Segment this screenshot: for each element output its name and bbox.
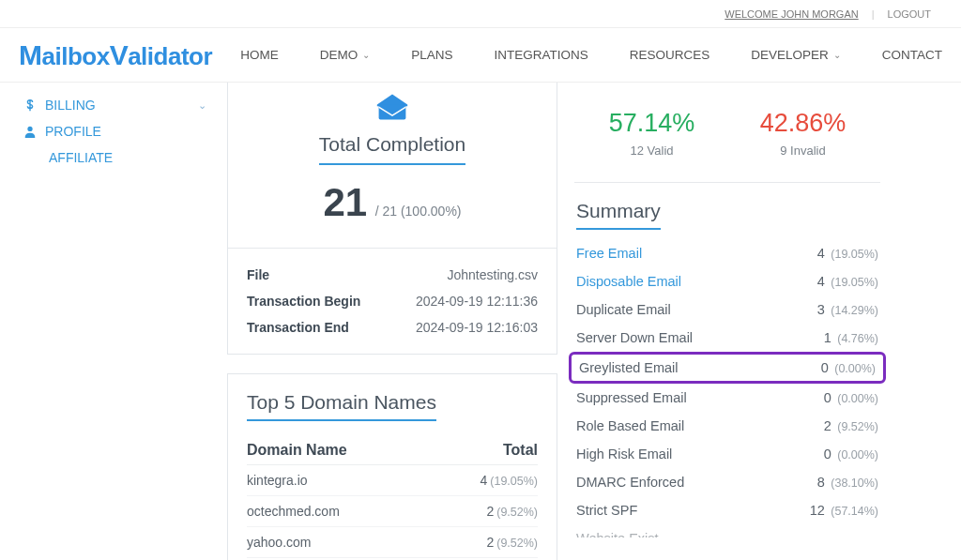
total-completion-title: Total Completion xyxy=(319,133,465,165)
logo[interactable]: MailboxValidator xyxy=(19,39,212,71)
domain-total: 2(9.52%) xyxy=(486,535,538,550)
summary-row: Server Down Email1 (4.76%) xyxy=(576,324,878,352)
nav-demo[interactable]: DEMO⌄ xyxy=(320,48,371,62)
stat-valid: 57.14% 12 Valid xyxy=(609,109,695,158)
sidebar-item-label: AFFILIATE xyxy=(49,150,113,165)
summary-value: 2 (9.52%) xyxy=(824,418,878,433)
domain-name: kintegra.io xyxy=(247,473,308,488)
meta-file: File Johntesting.csv xyxy=(247,262,538,288)
stat-invalid: 42.86% 9 Invalid xyxy=(760,109,847,158)
meta-transaction-begin: Transaction Begin 2024-09-19 12:11:36 xyxy=(247,288,538,314)
sidebar-item-profile[interactable]: PROFILE xyxy=(23,118,212,144)
content: Total Completion 21 / 21 (100.00%) File … xyxy=(227,83,961,560)
summary-row[interactable]: Free Email4 (19.05%) xyxy=(576,239,878,267)
table-row: yahoo.com2(9.52%) xyxy=(247,527,538,558)
main-nav: HOME DEMO⌄ PLANS INTEGRATIONS RESOURCES … xyxy=(212,48,942,62)
sidebar-item-label: BILLING xyxy=(45,98,96,113)
summary-section: Summary Free Email4 (19.05%)Disposable E… xyxy=(576,200,878,537)
svg-rect-1 xyxy=(379,104,406,119)
summary-label: Website Exist xyxy=(576,531,659,537)
summary-label: Duplicate Email xyxy=(576,302,671,317)
sidebar-item-label: PROFILE xyxy=(45,124,101,139)
summary-label: High Risk Email xyxy=(576,446,672,462)
meta-transaction-end: Transaction End 2024-09-19 12:16:03 xyxy=(247,314,538,341)
summary-value: 1 (4.76%) xyxy=(824,330,878,345)
chevron-down-icon: ⌄ xyxy=(833,50,841,60)
table-row: kintegra.io4(19.05%) xyxy=(247,465,538,496)
domain-total: 4(19.05%) xyxy=(480,473,538,488)
nav-resources[interactable]: RESOURCES xyxy=(630,48,710,62)
summary-value xyxy=(876,531,878,537)
summary-row: DMARC Enforced8 (38.10%) xyxy=(576,468,878,496)
left-column: Total Completion 21 / 21 (100.00%) File … xyxy=(227,83,557,560)
nav-plans[interactable]: PLANS xyxy=(411,48,452,62)
logout-link[interactable]: LOGOUT xyxy=(888,8,931,20)
user-icon xyxy=(23,124,38,139)
divider xyxy=(228,248,557,249)
summary-value: 3 (14.29%) xyxy=(817,302,878,317)
summary-value: 12 (57.14%) xyxy=(810,503,878,518)
top5-table: Domain Name Total kintegra.io4(19.05%)oc… xyxy=(247,436,538,560)
summary-row: High Risk Email0 (0.00%) xyxy=(576,440,878,468)
right-column: 57.14% 12 Valid 42.86% 9 Invalid Summary… xyxy=(576,83,882,560)
dollar-icon xyxy=(23,98,38,113)
domain-total: 2(9.52%) xyxy=(486,504,538,519)
top5-header: Domain Name Total xyxy=(247,436,538,465)
top5-card: Top 5 Domain Names Domain Name Total kin… xyxy=(227,373,557,560)
summary-row: Website Exist xyxy=(576,524,878,537)
table-row: octechmed.com2(9.52%) xyxy=(247,496,538,527)
summary-label: Free Email xyxy=(576,246,642,261)
domain-name: yahoo.com xyxy=(247,535,311,550)
domain-name: octechmed.com xyxy=(247,504,340,519)
divider xyxy=(574,182,880,183)
envelope-open-icon xyxy=(375,94,409,122)
sidebar-item-billing[interactable]: BILLING ⌄ xyxy=(23,92,212,118)
summary-row: Greylisted Email0 (0.00%) xyxy=(569,352,886,384)
top5-title: Top 5 Domain Names xyxy=(247,391,436,421)
summary-label: Greylisted Email xyxy=(579,360,679,375)
chevron-down-icon: ⌄ xyxy=(198,99,206,112)
summary-value: 4 (19.05%) xyxy=(817,246,878,261)
validity-stats: 57.14% 12 Valid 42.86% 9 Invalid xyxy=(576,83,878,173)
summary-row: Role Based Email2 (9.52%) xyxy=(576,412,878,440)
total-completion-value: 21 / 21 (100.00%) xyxy=(247,180,538,225)
welcome-link[interactable]: WELCOME JOHN MORGAN xyxy=(725,8,858,20)
summary-title: Summary xyxy=(576,200,661,230)
summary-label: Role Based Email xyxy=(576,418,684,433)
summary-label: Suppressed Email xyxy=(576,390,687,405)
total-completion-card: Total Completion 21 / 21 (100.00%) File … xyxy=(227,83,557,355)
summary-row: Suppressed Email0 (0.00%) xyxy=(576,384,878,412)
summary-row: Strict SPF12 (57.14%) xyxy=(576,496,878,524)
nav-home[interactable]: HOME xyxy=(240,48,279,62)
summary-value: 0 (0.00%) xyxy=(824,446,878,462)
sidebar-item-affiliate[interactable]: AFFILIATE xyxy=(23,144,212,171)
summary-label: DMARC Enforced xyxy=(576,475,684,490)
summary-value: 4 (19.05%) xyxy=(817,274,878,289)
chevron-down-icon: ⌄ xyxy=(362,50,370,60)
nav-developer[interactable]: DEVELOPER⌄ xyxy=(751,48,841,62)
summary-label: Strict SPF xyxy=(576,503,637,518)
summary-label: Server Down Email xyxy=(576,330,693,345)
main: BILLING ⌄ PROFILE AFFILIATE xyxy=(0,83,961,560)
separator: | xyxy=(872,8,875,20)
summary-value: 8 (38.10%) xyxy=(817,475,878,490)
summary-value: 0 (0.00%) xyxy=(821,360,876,375)
nav-contact[interactable]: CONTACT xyxy=(882,48,942,62)
header: MailboxValidator HOME DEMO⌄ PLANS INTEGR… xyxy=(0,28,961,83)
summary-row: Duplicate Email3 (14.29%) xyxy=(576,295,878,324)
svg-point-0 xyxy=(27,127,32,131)
sidebar: BILLING ⌄ PROFILE AFFILIATE xyxy=(0,83,227,560)
summary-row[interactable]: Disposable Email4 (19.05%) xyxy=(576,267,878,295)
utility-bar: WELCOME JOHN MORGAN | LOGOUT xyxy=(0,0,961,28)
summary-label: Disposable Email xyxy=(576,274,681,289)
summary-value: 0 (0.00%) xyxy=(824,390,878,405)
nav-integrations[interactable]: INTEGRATIONS xyxy=(494,48,587,62)
